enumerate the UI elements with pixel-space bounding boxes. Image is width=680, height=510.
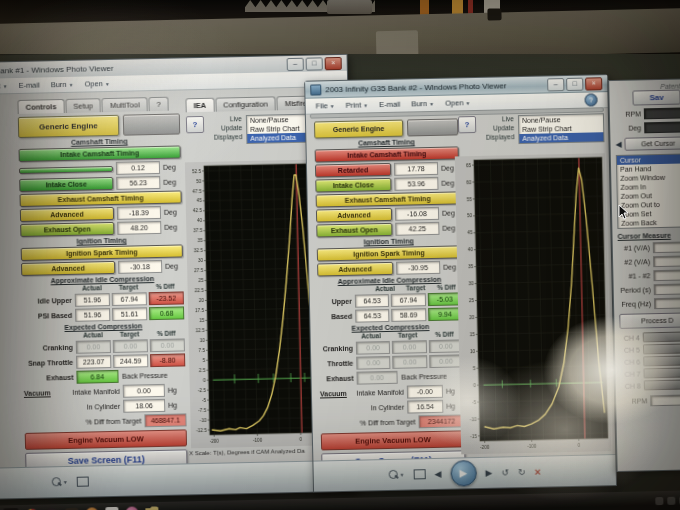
channel-button[interactable] [643, 343, 680, 354]
help-icon[interactable]: ? [584, 93, 597, 106]
previous-icon[interactable]: ◀ [434, 469, 441, 479]
in-cylinder-label: In Cylinder [24, 403, 120, 412]
table-row: PSI Based 51.96 51.61 0.68 [22, 306, 184, 323]
svg-text:35: 35 [197, 238, 203, 243]
x-scale-label: X Scale: T(s), Degrees if CAM Analyzed D… [189, 448, 305, 457]
svg-text:10: 10 [200, 338, 206, 343]
channel-button[interactable] [643, 367, 680, 378]
svg-text:-10: -10 [200, 418, 207, 423]
actual-size-icon[interactable] [413, 469, 425, 479]
exhaust-advanced-label: Advanced [20, 207, 114, 222]
app-tabs: Controls Setup MultiTool ? [17, 96, 179, 114]
menu-open[interactable]: Open▼ [84, 79, 110, 89]
table-row: Cranking 0.00 0.00 0.00 [319, 339, 463, 355]
photo-viewer-window-bank2: 2003 Infinity G35 Bank #2 - Windows Phot… [304, 74, 617, 493]
help-button[interactable]: ? [186, 116, 204, 133]
tab-setup[interactable]: Setup [65, 98, 101, 113]
engine-vacuum-warning: Engine Vacuum LOW [321, 430, 465, 450]
channel-button[interactable] [643, 331, 680, 342]
tab-iea[interactable]: IEA [185, 98, 214, 113]
minimize-button[interactable]: – [287, 57, 304, 70]
menu-open[interactable]: Open▼ [445, 98, 471, 108]
tab-multitool[interactable]: MultiTool [102, 97, 148, 112]
menu-file[interactable]: File▼ [316, 101, 335, 110]
folder-icon[interactable] [145, 506, 158, 510]
channel-button[interactable] [643, 355, 680, 366]
intake-manifold-value: -0.00 [407, 385, 443, 399]
next-icon[interactable]: ▶ [485, 468, 492, 478]
actual-value: 223.07 [76, 355, 111, 369]
tab-help[interactable]: ? [148, 97, 168, 111]
process-data-button[interactable]: Process D [619, 312, 680, 329]
menu-email[interactable]: E-mail [18, 81, 39, 90]
scope-tool-panel: Patented Sav RPM Deg ◀ Get Cursor Cursor… [608, 78, 680, 472]
intake-close-label: Intake Close [315, 178, 391, 193]
rotate-ccw-icon[interactable]: ↺ [501, 467, 509, 477]
svg-text:15: 15 [469, 332, 475, 337]
close-button[interactable]: × [585, 77, 602, 90]
tool-zoom-back[interactable]: Zoom Back [618, 217, 680, 228]
cursor-measure-heading: Cursor Measure [617, 231, 680, 240]
blank-button[interactable] [123, 113, 181, 135]
save-button[interactable]: Sav [632, 90, 680, 106]
svg-text:32.5: 32.5 [194, 248, 203, 253]
channel-label: CH 7 [620, 370, 640, 377]
maximize-button[interactable]: □ [306, 57, 323, 70]
app-icon-pink[interactable]: 1 [125, 506, 138, 510]
zoom-icon[interactable]: ▼ [52, 477, 68, 487]
maximize-button[interactable]: □ [566, 77, 583, 90]
close-button[interactable]: × [325, 56, 342, 69]
rotate-cw-icon[interactable]: ↻ [518, 467, 526, 477]
field-value: 0 [653, 255, 680, 267]
menu-burn[interactable]: Burn▼ [51, 80, 74, 89]
monitor-screen: Bank #1 - Windows Photo Viewer – □ × Pri… [0, 54, 680, 510]
channel-button[interactable] [644, 379, 680, 390]
menu-burn[interactable]: Burn▼ [411, 99, 434, 108]
tab-configuration[interactable]: Configuration [215, 96, 276, 111]
blank-button[interactable] [407, 118, 458, 136]
play-slideshow-icon[interactable]: ▶ [450, 460, 477, 487]
exhaust-open-value: 42.25 [395, 222, 439, 236]
exhaust-open-label: Exhaust Open [316, 223, 392, 238]
exhaust-value: 6.84 [76, 370, 118, 384]
minimize-button[interactable]: – [547, 78, 564, 91]
intake-camshaft-header: Intake Camshaft Timing [19, 145, 181, 162]
vacuum-label: Vacuum [24, 389, 58, 397]
actual-value: 51.96 [75, 293, 110, 307]
delete-icon[interactable]: × [534, 466, 541, 478]
target-value: 67.94 [112, 292, 147, 306]
intake-close-label: Intake Close [19, 177, 113, 192]
svg-text:15: 15 [199, 318, 205, 323]
svg-text:7.5: 7.5 [199, 348, 206, 353]
svg-text:30: 30 [198, 258, 204, 263]
help-button[interactable]: ? [458, 116, 476, 133]
generic-engine-button[interactable]: Generic Engine [18, 115, 119, 138]
get-cursor-button[interactable]: Get Cursor [625, 136, 680, 150]
target-value: 0.00 [392, 355, 427, 369]
tab-controls[interactable]: Controls [17, 99, 64, 114]
actual-value: 0.00 [356, 341, 391, 355]
svg-text:25: 25 [198, 278, 204, 283]
bezel-clip [487, 8, 501, 20]
ignition-spark-header: Ignition Spark Timing [21, 244, 183, 261]
intake-camshaft-header: Intake Camshaft Timing [315, 146, 459, 162]
actual-size-icon[interactable] [77, 477, 89, 487]
intake-retarded-label: Retarded [315, 163, 391, 178]
exhaust-advanced-value: -18.39 [117, 206, 161, 220]
system-tray[interactable] [655, 496, 680, 505]
menu-email[interactable]: E-mail [379, 100, 400, 109]
svg-text:47.5: 47.5 [192, 189, 201, 194]
menu-print[interactable]: Print▼ [0, 81, 8, 90]
svg-text:55: 55 [467, 197, 473, 202]
chevron-down-icon: ▼ [105, 80, 110, 86]
diff-value: 0.68 [149, 306, 184, 320]
app-icon-005[interactable]: 005 [105, 506, 118, 510]
zoom-icon[interactable]: ▼ [388, 470, 404, 480]
ignition-spark-header: Ignition Spark Timing [317, 245, 461, 261]
svg-text:12.5: 12.5 [196, 328, 205, 333]
generic-engine-button[interactable]: Generic Engine [314, 120, 403, 139]
photo-viewer-icon [310, 84, 321, 95]
menu-print[interactable]: Print▼ [346, 100, 369, 109]
option-analyzed-data[interactable]: Analyzed Data [519, 132, 603, 143]
table-row: Cranking 0.00 0.00 0.00 [23, 338, 185, 355]
